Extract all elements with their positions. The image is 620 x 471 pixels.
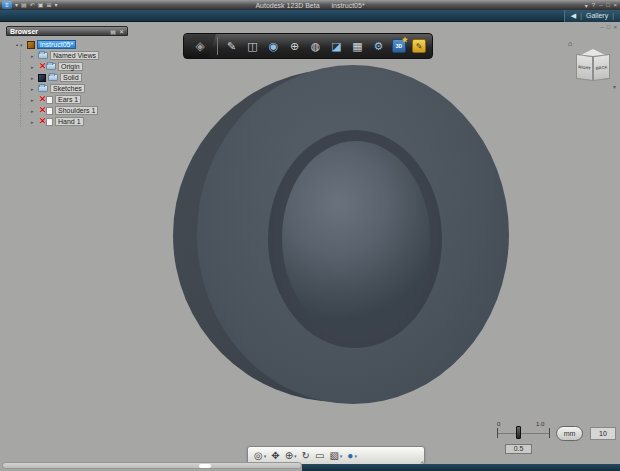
mdi-close-icon[interactable]: × bbox=[613, 24, 617, 30]
app-window: ≡ ▾ ▤ ↶ ▣ ⊞ ▾ Autodesk 123D Beta instruc… bbox=[0, 0, 620, 471]
slider-track[interactable] bbox=[497, 433, 550, 434]
tree-item-shoulders[interactable]: ▸ ✕ Shoulders 1 bbox=[20, 105, 128, 116]
slider-min-label: 0 bbox=[497, 421, 500, 427]
main-toolbar: ◈ ✎ ◫ ◉ ⊕ ◍ ◪ ▦ ⚙ 3D ★ ✎ bbox=[183, 33, 433, 59]
viewcube-face-right[interactable]: RIGHT bbox=[576, 54, 593, 81]
mdi-restore-icon[interactable]: □ bbox=[607, 24, 611, 30]
steering-wheel-button[interactable]: ◎ ▾ bbox=[252, 450, 268, 461]
tree-item-label[interactable]: Hand 1 bbox=[55, 117, 84, 126]
browser-panel-header[interactable]: Browser ▤ ✕ bbox=[6, 26, 128, 36]
revolve-tool-icon[interactable]: ◉ bbox=[263, 35, 284, 57]
tree-item-label[interactable]: Shoulders 1 bbox=[55, 106, 98, 115]
unit-button[interactable]: mm bbox=[556, 426, 583, 441]
steering-wheel-icon: ◎ bbox=[254, 450, 263, 461]
gallery-bar: ◀ | Gallery | bbox=[0, 10, 620, 22]
tree-item-origin[interactable]: ▸ ✕ Origin bbox=[20, 61, 128, 72]
expand-icon[interactable]: ▸ bbox=[31, 53, 36, 59]
edit-scene-icon[interactable]: ✎ bbox=[412, 39, 426, 53]
zoom-button[interactable]: ⊕ ▾ bbox=[283, 450, 299, 461]
caret-icon[interactable]: ▾ bbox=[294, 453, 297, 459]
assemble-tool-icon[interactable]: ⚙ bbox=[368, 35, 389, 57]
pattern-tool-icon[interactable]: ▦ bbox=[347, 35, 368, 57]
model-center-dome[interactable] bbox=[282, 141, 430, 335]
horizontal-scrollbar[interactable] bbox=[2, 462, 302, 469]
gallery-label: Gallery bbox=[586, 12, 608, 19]
new-3d-file-icon[interactable]: 3D ★ bbox=[392, 39, 406, 53]
tree-item-sketches[interactable]: ▸ Sketches bbox=[20, 83, 128, 94]
viewcube-menu-caret-icon[interactable]: ▾ bbox=[613, 83, 616, 90]
tree-item-named-views[interactable]: ▸ Named Views bbox=[20, 50, 128, 61]
browser-panel: Browser ▤ ✕ • ▾ instruct05* ▸ Named View… bbox=[6, 26, 128, 127]
pan-button[interactable]: ✥ bbox=[269, 450, 281, 461]
views-button[interactable]: ▧ ▾ bbox=[327, 450, 344, 461]
orbit-icon: ↻ bbox=[302, 450, 310, 461]
scrollbar-thumb[interactable] bbox=[199, 464, 211, 468]
hidden-x-icon: ✕ bbox=[38, 62, 47, 71]
window-bottom-frame bbox=[302, 464, 620, 471]
slider-tick bbox=[497, 428, 498, 438]
browser-tree: • ▾ instruct05* ▸ Named Views ▸ ✕ Origin bbox=[6, 36, 128, 127]
grid-size-field[interactable] bbox=[590, 427, 616, 440]
expand-icon[interactable]: ▸ bbox=[31, 119, 36, 125]
solid-icon bbox=[38, 74, 46, 82]
expand-icon[interactable]: ▸ bbox=[31, 108, 36, 114]
views-box-icon: ▧ bbox=[329, 450, 338, 461]
document-title: instruct05* bbox=[332, 2, 365, 9]
expand-icon[interactable]: ▸ bbox=[31, 75, 36, 81]
slider-handle[interactable] bbox=[516, 426, 521, 439]
expand-icon[interactable]: ▸ bbox=[31, 64, 36, 70]
part-icon bbox=[27, 41, 35, 49]
window-controls[interactable]: – □ × bbox=[599, 2, 618, 8]
tree-item-label[interactable]: Ears 1 bbox=[55, 95, 81, 104]
tree-item-label[interactable]: Origin bbox=[58, 62, 83, 71]
app-title: Autodesk 123D Beta bbox=[255, 2, 319, 9]
feature-icon bbox=[46, 107, 53, 115]
slider-tick bbox=[549, 428, 550, 438]
caret-icon[interactable]: ▾ bbox=[354, 453, 357, 459]
tree-item-label[interactable]: Sketches bbox=[50, 84, 85, 93]
viewport-canvas[interactable]: – □ × Browser ▤ ✕ • ▾ instruc bbox=[0, 22, 620, 471]
tree-item-label[interactable]: Solid bbox=[60, 73, 82, 82]
tree-item-solid[interactable]: ▸ Solid bbox=[20, 72, 128, 83]
help-icon[interactable]: ? bbox=[592, 2, 595, 8]
tree-item-root[interactable]: • ▾ instruct05* bbox=[16, 39, 128, 50]
browser-list-icon[interactable]: ▤ bbox=[110, 28, 116, 35]
window-title: Autodesk 123D Beta instruct05* bbox=[0, 2, 620, 9]
orbit-button[interactable]: ↻ bbox=[300, 450, 312, 461]
primitives-tool-icon[interactable]: ◫ bbox=[242, 35, 263, 57]
pan-hand-icon: ✥ bbox=[271, 450, 279, 461]
caret-icon[interactable]: ▾ bbox=[340, 453, 343, 459]
look-at-button[interactable]: ▭ bbox=[313, 450, 326, 461]
slider-max-label: 1.0 bbox=[536, 421, 544, 427]
draw-tool-icon[interactable]: ✎ bbox=[221, 35, 242, 57]
bullet-icon: • bbox=[16, 42, 18, 48]
feature-icon bbox=[46, 118, 53, 126]
gallery-button[interactable]: ◀ | Gallery | bbox=[564, 10, 620, 22]
expand-icon[interactable]: ▸ bbox=[31, 97, 36, 103]
tree-item-ears[interactable]: ▸ ✕ Ears 1 bbox=[20, 94, 128, 105]
expand-icon[interactable]: ▸ bbox=[31, 86, 36, 92]
viewcube[interactable]: ⌂ RIGHT BACK ▾ bbox=[566, 40, 618, 90]
tree-item-hand[interactable]: ▸ ✕ Hand 1 bbox=[20, 116, 128, 127]
toolbar-separator bbox=[217, 37, 218, 55]
caret-icon[interactable]: ▾ bbox=[264, 453, 267, 459]
transform-tool-icon[interactable]: ⊕ bbox=[284, 35, 305, 57]
slider-value-box[interactable]: 0.5 bbox=[505, 444, 532, 454]
combine-tool-icon[interactable]: ◪ bbox=[326, 35, 347, 57]
material-button[interactable]: ● ▾ bbox=[345, 450, 359, 461]
folder-icon bbox=[38, 52, 48, 59]
tree-item-label[interactable]: instruct05* bbox=[37, 40, 76, 49]
look-at-icon: ▭ bbox=[315, 450, 324, 461]
tree-item-label[interactable]: Named Views bbox=[50, 51, 99, 60]
mdi-minimize-icon[interactable]: – bbox=[601, 24, 604, 30]
gallery-collapse-icon[interactable]: ◀ bbox=[571, 12, 576, 20]
folder-icon bbox=[46, 63, 56, 70]
home-icon[interactable]: ⌂ bbox=[568, 40, 572, 47]
titlebar-dropdown-icon[interactable]: ▾ bbox=[585, 2, 588, 9]
sculpt-tool-icon[interactable]: ◍ bbox=[305, 35, 326, 57]
mdi-window-controls: – □ × bbox=[601, 24, 617, 30]
app-menu-cube-icon[interactable]: ◈ bbox=[184, 34, 216, 58]
viewcube-face-back[interactable]: BACK bbox=[593, 54, 610, 81]
expand-icon[interactable]: ▾ bbox=[20, 42, 25, 48]
browser-close-icon[interactable]: ✕ bbox=[119, 28, 124, 35]
